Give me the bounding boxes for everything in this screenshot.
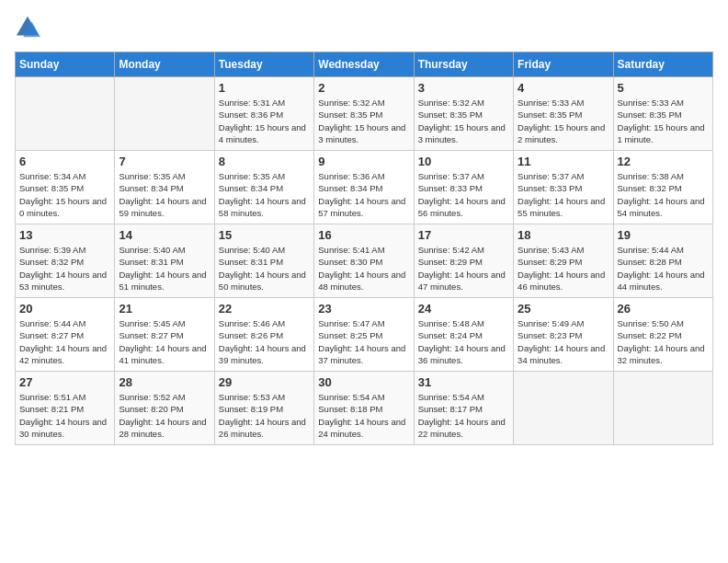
day-info: Sunrise: 5:41 AM Sunset: 8:30 PM Dayligh… xyxy=(318,244,409,293)
day-number: 5 xyxy=(618,81,709,95)
calendar-cell: 2Sunrise: 5:32 AM Sunset: 8:35 PM Daylig… xyxy=(314,77,414,151)
calendar-cell xyxy=(613,372,712,445)
calendar-cell: 23Sunrise: 5:47 AM Sunset: 8:25 PM Dayli… xyxy=(314,298,414,372)
calendar-week-row: 6Sunrise: 5:34 AM Sunset: 8:35 PM Daylig… xyxy=(16,151,713,224)
calendar-cell: 11Sunrise: 5:37 AM Sunset: 8:33 PM Dayli… xyxy=(514,151,613,224)
calendar-cell xyxy=(514,372,613,445)
day-number: 3 xyxy=(418,81,509,95)
day-header-monday: Monday xyxy=(115,52,214,77)
day-number: 13 xyxy=(19,228,110,242)
day-header-tuesday: Tuesday xyxy=(214,52,313,77)
calendar-cell: 22Sunrise: 5:46 AM Sunset: 8:26 PM Dayli… xyxy=(214,298,313,372)
day-info: Sunrise: 5:47 AM Sunset: 8:25 PM Dayligh… xyxy=(318,317,409,366)
day-number: 18 xyxy=(518,228,609,242)
calendar-cell: 6Sunrise: 5:34 AM Sunset: 8:35 PM Daylig… xyxy=(16,151,115,224)
logo xyxy=(15,15,44,40)
day-number: 21 xyxy=(119,302,210,316)
day-header-friday: Friday xyxy=(514,52,613,77)
day-number: 10 xyxy=(418,155,509,168)
calendar-cell: 16Sunrise: 5:41 AM Sunset: 8:30 PM Dayli… xyxy=(314,224,414,298)
day-number: 25 xyxy=(518,302,609,316)
calendar-cell: 1Sunrise: 5:31 AM Sunset: 8:36 PM Daylig… xyxy=(214,77,313,151)
calendar-cell: 7Sunrise: 5:35 AM Sunset: 8:34 PM Daylig… xyxy=(115,151,214,224)
page-header xyxy=(15,15,713,40)
calendar-cell: 20Sunrise: 5:44 AM Sunset: 8:27 PM Dayli… xyxy=(16,298,115,372)
day-info: Sunrise: 5:44 AM Sunset: 8:28 PM Dayligh… xyxy=(618,244,709,293)
calendar-week-row: 13Sunrise: 5:39 AM Sunset: 8:32 PM Dayli… xyxy=(16,224,713,298)
day-number: 26 xyxy=(618,302,709,316)
day-number: 17 xyxy=(418,228,509,242)
calendar-cell: 18Sunrise: 5:43 AM Sunset: 8:29 PM Dayli… xyxy=(514,224,613,298)
day-info: Sunrise: 5:40 AM Sunset: 8:31 PM Dayligh… xyxy=(219,244,310,293)
calendar-cell: 30Sunrise: 5:54 AM Sunset: 8:18 PM Dayli… xyxy=(314,372,414,445)
day-number: 4 xyxy=(518,81,609,95)
day-number: 2 xyxy=(318,81,409,95)
day-number: 29 xyxy=(219,375,310,389)
day-number: 6 xyxy=(19,155,110,168)
day-header-thursday: Thursday xyxy=(414,52,513,77)
day-number: 31 xyxy=(418,375,509,389)
calendar-cell: 29Sunrise: 5:53 AM Sunset: 8:19 PM Dayli… xyxy=(214,372,313,445)
calendar-cell: 31Sunrise: 5:54 AM Sunset: 8:17 PM Dayli… xyxy=(414,372,513,445)
calendar-week-row: 27Sunrise: 5:51 AM Sunset: 8:21 PM Dayli… xyxy=(16,372,713,445)
day-info: Sunrise: 5:36 AM Sunset: 8:34 PM Dayligh… xyxy=(318,170,409,219)
day-number: 12 xyxy=(618,155,709,168)
day-info: Sunrise: 5:52 AM Sunset: 8:20 PM Dayligh… xyxy=(119,391,210,440)
day-info: Sunrise: 5:33 AM Sunset: 8:35 PM Dayligh… xyxy=(518,97,609,145)
calendar-cell: 3Sunrise: 5:32 AM Sunset: 8:35 PM Daylig… xyxy=(414,77,513,151)
day-header-saturday: Saturday xyxy=(613,52,712,77)
calendar-cell: 17Sunrise: 5:42 AM Sunset: 8:29 PM Dayli… xyxy=(414,224,513,298)
calendar-cell: 14Sunrise: 5:40 AM Sunset: 8:31 PM Dayli… xyxy=(115,224,214,298)
calendar-cell: 27Sunrise: 5:51 AM Sunset: 8:21 PM Dayli… xyxy=(16,372,115,445)
calendar-cell: 15Sunrise: 5:40 AM Sunset: 8:31 PM Dayli… xyxy=(214,224,313,298)
day-info: Sunrise: 5:35 AM Sunset: 8:34 PM Dayligh… xyxy=(219,170,310,219)
calendar-cell: 24Sunrise: 5:48 AM Sunset: 8:24 PM Dayli… xyxy=(414,298,513,372)
calendar-cell: 13Sunrise: 5:39 AM Sunset: 8:32 PM Dayli… xyxy=(16,224,115,298)
day-number: 22 xyxy=(219,302,310,316)
calendar-cell: 25Sunrise: 5:49 AM Sunset: 8:23 PM Dayli… xyxy=(514,298,613,372)
day-number: 16 xyxy=(318,228,409,242)
calendar-cell: 10Sunrise: 5:37 AM Sunset: 8:33 PM Dayli… xyxy=(414,151,513,224)
day-number: 1 xyxy=(219,81,310,95)
day-number: 19 xyxy=(618,228,709,242)
calendar-table: SundayMondayTuesdayWednesdayThursdayFrid… xyxy=(15,52,713,445)
day-number: 27 xyxy=(19,375,110,389)
day-info: Sunrise: 5:46 AM Sunset: 8:26 PM Dayligh… xyxy=(219,317,310,366)
day-info: Sunrise: 5:33 AM Sunset: 8:35 PM Dayligh… xyxy=(618,97,709,145)
day-info: Sunrise: 5:43 AM Sunset: 8:29 PM Dayligh… xyxy=(518,244,609,293)
calendar-cell: 21Sunrise: 5:45 AM Sunset: 8:27 PM Dayli… xyxy=(115,298,214,372)
calendar-cell: 5Sunrise: 5:33 AM Sunset: 8:35 PM Daylig… xyxy=(613,77,712,151)
day-info: Sunrise: 5:45 AM Sunset: 8:27 PM Dayligh… xyxy=(119,317,210,366)
day-info: Sunrise: 5:48 AM Sunset: 8:24 PM Dayligh… xyxy=(418,317,509,366)
day-number: 7 xyxy=(119,155,210,168)
day-info: Sunrise: 5:37 AM Sunset: 8:33 PM Dayligh… xyxy=(418,170,509,219)
days-header-row: SundayMondayTuesdayWednesdayThursdayFrid… xyxy=(16,52,713,77)
day-info: Sunrise: 5:40 AM Sunset: 8:31 PM Dayligh… xyxy=(119,244,210,293)
day-info: Sunrise: 5:49 AM Sunset: 8:23 PM Dayligh… xyxy=(518,317,609,366)
day-info: Sunrise: 5:51 AM Sunset: 8:21 PM Dayligh… xyxy=(19,391,110,440)
day-info: Sunrise: 5:54 AM Sunset: 8:17 PM Dayligh… xyxy=(418,391,509,440)
day-info: Sunrise: 5:35 AM Sunset: 8:34 PM Dayligh… xyxy=(119,170,210,219)
day-info: Sunrise: 5:38 AM Sunset: 8:32 PM Dayligh… xyxy=(618,170,709,219)
calendar-cell: 26Sunrise: 5:50 AM Sunset: 8:22 PM Dayli… xyxy=(613,298,712,372)
day-number: 11 xyxy=(518,155,609,168)
calendar-cell: 19Sunrise: 5:44 AM Sunset: 8:28 PM Dayli… xyxy=(613,224,712,298)
day-number: 23 xyxy=(318,302,409,316)
day-number: 15 xyxy=(219,228,310,242)
day-info: Sunrise: 5:39 AM Sunset: 8:32 PM Dayligh… xyxy=(19,244,110,293)
day-number: 9 xyxy=(318,155,409,168)
day-info: Sunrise: 5:32 AM Sunset: 8:35 PM Dayligh… xyxy=(318,97,409,145)
day-info: Sunrise: 5:31 AM Sunset: 8:36 PM Dayligh… xyxy=(219,97,310,145)
calendar-cell: 28Sunrise: 5:52 AM Sunset: 8:20 PM Dayli… xyxy=(115,372,214,445)
day-info: Sunrise: 5:54 AM Sunset: 8:18 PM Dayligh… xyxy=(318,391,409,440)
day-info: Sunrise: 5:50 AM Sunset: 8:22 PM Dayligh… xyxy=(618,317,709,366)
day-number: 20 xyxy=(19,302,110,316)
day-number: 30 xyxy=(318,375,409,389)
calendar-cell xyxy=(115,77,214,151)
day-info: Sunrise: 5:44 AM Sunset: 8:27 PM Dayligh… xyxy=(19,317,110,366)
day-info: Sunrise: 5:32 AM Sunset: 8:35 PM Dayligh… xyxy=(418,97,509,145)
calendar-cell: 8Sunrise: 5:35 AM Sunset: 8:34 PM Daylig… xyxy=(214,151,313,224)
day-number: 8 xyxy=(219,155,310,168)
calendar-cell: 12Sunrise: 5:38 AM Sunset: 8:32 PM Dayli… xyxy=(613,151,712,224)
logo-icon xyxy=(15,15,40,40)
